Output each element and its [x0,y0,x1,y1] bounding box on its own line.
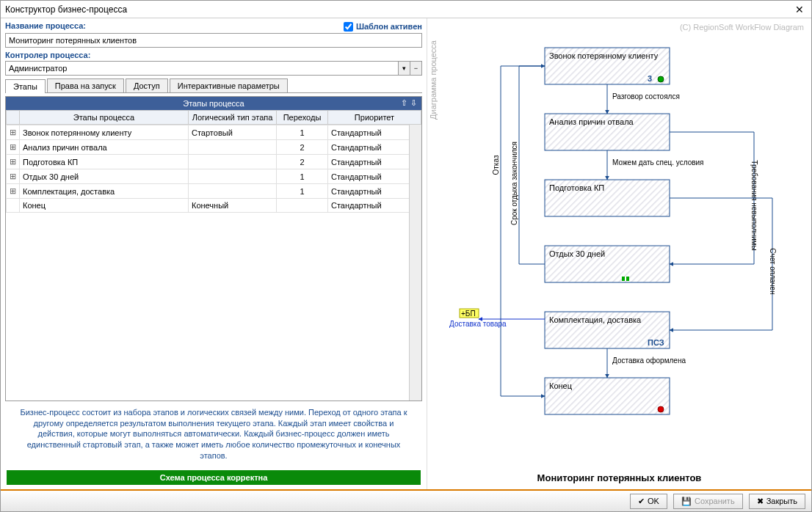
controller-clear-button[interactable]: − [410,61,422,76]
move-down-icon[interactable]: ⇩ [410,98,417,108]
svg-text:+БП: +БП [461,310,476,318]
process-name-label: Название процесса: [5,21,86,30]
template-active-input[interactable] [344,22,353,32]
expand-icon[interactable]: ⊞ [7,169,20,184]
table-row[interactable]: ⊞Звонок потерянному клиентуСтартовый1Ста… [7,125,421,140]
stages-table-title-bar: Этапы процесса ⇧ ⇩ [6,97,421,110]
expand-icon[interactable]: ⊞ [7,155,20,169]
template-active-checkbox[interactable]: Шаблон активен [344,22,422,32]
table-row[interactable]: ⊞Подготовка КП2Стандартный [7,155,421,169]
svg-text:Требования невыполнимы: Требования невыполнимы [750,160,758,250]
controller-combo[interactable]: ▾ − [5,61,422,76]
svg-text:Звонок потерянному клиенту: Звонок потерянному клиенту [549,51,659,60]
svg-text:Срок отдыха закончился: Срок отдыха закончился [510,142,518,225]
tab-stages[interactable]: Этапы [5,79,46,93]
svg-rect-9 [626,277,629,281]
col-expand [7,111,20,125]
svg-point-4 [658,76,664,82]
ok-button[interactable]: ✔OK [630,494,667,509]
expand-icon[interactable]: ⊞ [7,125,20,140]
tab-access[interactable]: Доступ [126,78,168,92]
tabs: Этапы Права на запуск Доступ Интерактивн… [5,78,422,93]
expand-icon[interactable]: ⊞ [7,140,20,155]
close-icon[interactable]: ✕ [792,4,807,15]
expand-icon[interactable]: ⊞ [7,184,20,199]
col-priority[interactable]: Приоритет [328,111,421,125]
svg-point-13 [658,406,664,412]
expand-icon[interactable] [7,199,20,213]
svg-text:Отказ: Отказ [492,155,500,175]
workflow-svg: Звонок потерянному клиенту 3 Анализ прич… [427,18,809,488]
svg-rect-8 [622,277,625,281]
diagram-area: Диаграмма процесса (C) RegionSoft WorkFl… [427,18,811,489]
title-bar: Конструктор бизнес-процесса ✕ [1,1,811,18]
svg-text:Конец: Конец [549,381,573,390]
svg-text:Отдых 30 дней: Отдых 30 дней [549,249,605,258]
window-title: Конструктор бизнес-процесса [5,4,792,15]
tab-params[interactable]: Интерактивные параметры [170,78,288,92]
svg-text:Доставка оформлена: Доставка оформлена [612,356,686,365]
schema-status: Схема процесса корректна [7,470,421,485]
controller-dropdown-button[interactable]: ▾ [399,61,410,76]
svg-text:Подготовка КП: Подготовка КП [549,183,604,192]
col-name[interactable]: Этапы процесса [20,111,189,125]
table-row[interactable]: ⊞Отдых 30 дней1Стандартный [7,169,421,184]
stages-table: Этапы процесса ⇧ ⇩ Этапы процесса Логиче… [5,96,422,401]
template-active-label: Шаблон активен [356,22,422,31]
save-button: 💾Сохранить [673,494,743,509]
table-row[interactable]: КонецКонечныйСтандартный [7,199,421,213]
svg-text:Счет оплачен: Счет оплачен [769,248,777,294]
tab-rights[interactable]: Права на запуск [47,78,124,92]
svg-text:ПСЗ: ПСЗ [648,338,664,347]
svg-text:Разговор состоялся: Разговор состоялся [612,92,680,100]
svg-text:Можем дать спец. условия: Можем дать спец. условия [612,158,704,167]
svg-text:3: 3 [648,74,652,83]
table-row[interactable]: ⊞Комплектация, доставка1Стандартный [7,184,421,199]
controller-input[interactable] [5,61,399,76]
process-name-input[interactable] [5,33,422,48]
col-type[interactable]: Логический тип этапа [189,111,277,125]
close-button[interactable]: ✖Закрыть [749,494,805,509]
svg-text:Анализ причин отвала: Анализ причин отвала [549,117,634,126]
table-row[interactable]: ⊞Анализ причин отвала2Стандартный [7,140,421,155]
svg-text:Комплектация, доставка: Комплектация, доставка [549,315,642,324]
controller-label: Контролер процесса: [5,51,422,59]
move-up-icon[interactable]: ⇧ [401,98,407,108]
col-trans[interactable]: Переходы [277,111,328,125]
footer: ✔OK 💾Сохранить ✖Закрыть [1,489,811,511]
svg-text:Доставка товара: Доставка товара [449,320,507,328]
stages-table-title: Этапы процесса [183,99,244,108]
hint-text: Бизнес-процесс состоит из набора этапов … [5,401,422,467]
